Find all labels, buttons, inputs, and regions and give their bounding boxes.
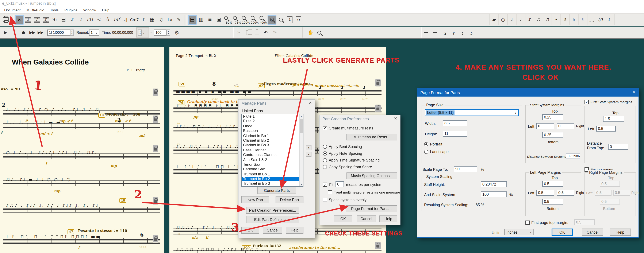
- cancel-button[interactable]: Cancel: [582, 229, 603, 236]
- move-part-down-button[interactable]: ▼: [306, 152, 312, 157]
- and-scale-system-field[interactable]: 100: [481, 192, 507, 197]
- list-item[interactable]: Clarinet in Bb 2: [242, 138, 303, 143]
- lp-right-field[interactable]: 0.5: [557, 190, 574, 196]
- scroll-up-icon[interactable]: ▲: [300, 114, 303, 118]
- play-icon[interactable]: ▶: [1, 27, 10, 37]
- natural-icon[interactable]: ♮: [578, 14, 588, 25]
- close-icon[interactable]: ✕: [309, 101, 312, 105]
- thirtysecond-note-icon[interactable]: ♬: [543, 14, 552, 25]
- sixteenth-note-icon[interactable]: ♬: [534, 14, 543, 25]
- dialog-title-bar[interactable]: Manage Parts ✕: [238, 99, 315, 106]
- lock-icon[interactable]: [153, 89, 158, 96]
- list-scrollbar[interactable]: ▲ ▼: [299, 114, 303, 186]
- units-dropdown[interactable]: Inches ∨: [504, 229, 534, 235]
- cancel-button[interactable]: Cancel: [356, 216, 376, 222]
- help-button[interactable]: Help: [610, 229, 631, 236]
- simple-entry-tool-icon[interactable]: ♪: [68, 14, 77, 25]
- ssm-right-field[interactable]: 0: [557, 123, 574, 129]
- close-icon[interactable]: ✕: [394, 116, 397, 121]
- list-item[interactable]: Alto Sax 1 & 2: [242, 158, 303, 162]
- time-signature-tool-icon[interactable]: ♫: [41, 14, 50, 25]
- zoom-100-icon[interactable]: 100%: [241, 14, 250, 25]
- ssm-bottom-field[interactable]: 0.25: [542, 132, 564, 138]
- staff-tool-icon[interactable]: ♩: [24, 14, 32, 25]
- text-tool-icon[interactable]: T: [139, 14, 148, 25]
- zoom-400-icon[interactable]: 400%: [259, 14, 268, 25]
- skip-to-end-icon[interactable]: ▶▶|: [37, 27, 46, 37]
- lp-top-field[interactable]: 0.5: [542, 181, 564, 187]
- undo-icon[interactable]: ↶: [262, 27, 270, 37]
- menu-help[interactable]: Help: [102, 8, 109, 12]
- clef-tool-icon[interactable]: 9:: [50, 14, 59, 25]
- measure-tool-icon[interactable]: ▤: [59, 14, 68, 25]
- lock-icon[interactable]: [375, 105, 381, 112]
- list-item[interactable]: Baritone Sax: [242, 167, 303, 172]
- expression-tool-icon[interactable]: mf: [112, 14, 121, 25]
- list-item[interactable]: Trumpet in Bb 1: [242, 172, 303, 177]
- list-item[interactable]: Oboe: [242, 124, 303, 129]
- lock-icon[interactable]: [153, 145, 158, 152]
- fit-width-icon[interactable]: ↔: [294, 14, 303, 25]
- rehearsal-mark-14[interactable]: 14: [98, 113, 105, 118]
- rehearsal-mark-40[interactable]: 40: [120, 198, 126, 203]
- lock-icon[interactable]: [153, 197, 158, 205]
- page-layout-tool-icon[interactable]: ▦: [148, 14, 156, 25]
- list-item[interactable]: Clarinet in Bb 3: [242, 143, 303, 148]
- whole-rest-icon[interactable]: [423, 27, 432, 37]
- tuplet-entry-icon[interactable]: ♫3: [596, 14, 605, 25]
- list-item[interactable]: Tenor Sax: [242, 162, 303, 167]
- sharp-icon[interactable]: ♯: [561, 14, 570, 25]
- fast-forward-icon[interactable]: ▶▶: [28, 27, 37, 37]
- augmentation-dot-icon[interactable]: •: [552, 14, 561, 25]
- note-mover-tool-icon[interactable]: ♫: [156, 14, 166, 25]
- rehearsal-mark-59[interactable]: 59: [178, 82, 186, 86]
- scrollbar-thumb[interactable]: [300, 119, 303, 133]
- height-field[interactable]: 11: [443, 131, 467, 137]
- multimeasure-rests-button[interactable]: Multimeasure Rests...: [346, 134, 397, 140]
- lock-icon[interactable]: [375, 242, 381, 249]
- zoom-200-icon[interactable]: 200%: [250, 14, 259, 25]
- hand-grabber-icon[interactable]: ✋: [306, 27, 315, 37]
- repeat-tool-icon[interactable]: :‖: [121, 14, 130, 25]
- sixteenth-rest-icon[interactable]: ɣ: [458, 27, 467, 37]
- print-icon[interactable]: [1, 14, 10, 25]
- tempo-spinner[interactable]: ▲▼: [166, 29, 170, 36]
- grace-note-icon[interactable]: ♪: [605, 14, 614, 25]
- treat-multimeasure-checkbox[interactable]: [328, 190, 332, 194]
- menu-plug-ins[interactable]: Plug-ins: [64, 8, 77, 12]
- redo-icon[interactable]: ↷: [270, 27, 279, 37]
- space-systems-evenly-checkbox[interactable]: [323, 198, 327, 202]
- smart-shape-tool-icon[interactable]: <: [94, 14, 104, 25]
- eighth-rest-icon[interactable]: γ: [449, 27, 458, 37]
- list-item[interactable]: Bass Clarinet: [242, 148, 303, 153]
- landscape-radio[interactable]: [424, 150, 428, 154]
- rp-right-field[interactable]: 0.5: [613, 190, 630, 196]
- quarter-rest-icon[interactable]: ʓ: [440, 27, 449, 37]
- apply-time-signature-spacing-radio[interactable]: [323, 158, 327, 162]
- ok-button[interactable]: OK: [552, 229, 573, 236]
- tempo-field[interactable]: 100: [154, 29, 166, 36]
- list-item[interactable]: Flute 1: [242, 114, 303, 119]
- fit-measures-checkbox[interactable]: [323, 183, 327, 187]
- scroll-view-icon[interactable]: ≡: [206, 14, 214, 25]
- cancel-button[interactable]: Cancel: [263, 227, 282, 234]
- repeat-select[interactable]: 1∨: [89, 29, 99, 36]
- rp-bottom-field[interactable]: 0.5: [600, 199, 620, 205]
- quarter-note-icon[interactable]: ♩: [516, 14, 526, 25]
- music-spacing-options-button[interactable]: Music Spacing Options...: [346, 173, 397, 179]
- menu-document[interactable]: Document: [4, 8, 21, 12]
- distance-between-systems-field[interactable]: 0.32986: [566, 153, 580, 159]
- staff-height-field[interactable]: 0.28472: [481, 181, 507, 187]
- lock-icon[interactable]: [375, 79, 381, 86]
- menu-window[interactable]: Window: [83, 8, 96, 12]
- move-part-up-button[interactable]: ▲: [306, 145, 312, 150]
- dialog-title-bar[interactable]: Part Creation Preferences ✕: [320, 115, 400, 122]
- edit-part-definition-button[interactable]: Edit Part Definition >>: [246, 216, 299, 223]
- width-field[interactable]: 8.5: [443, 120, 467, 126]
- apply-beat-spacing-radio[interactable]: [323, 145, 327, 149]
- lyrics-tool-icon[interactable]: La: [166, 14, 174, 25]
- list-item[interactable]: Flute 2: [242, 119, 303, 124]
- studio-view-icon[interactable]: ▥: [197, 14, 206, 25]
- ssm-top-field[interactable]: 0.25: [542, 114, 564, 120]
- fit-height-icon[interactable]: ↕: [285, 14, 294, 25]
